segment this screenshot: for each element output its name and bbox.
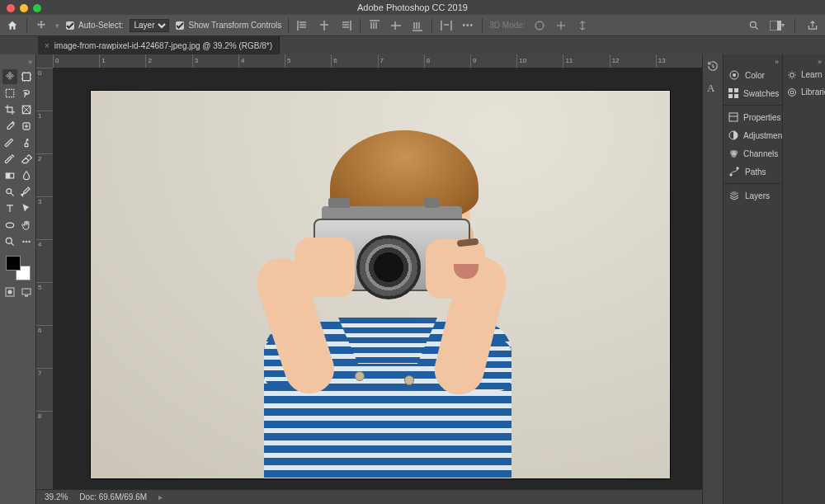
collapse-far-right-button[interactable]: » xyxy=(818,58,822,66)
options-bar: ▾ Auto-Select: Layer Show Transform Cont… xyxy=(0,15,825,36)
svg-point-12 xyxy=(6,238,12,243)
collapse-panels-button[interactable]: » xyxy=(775,58,779,66)
align-center-v-button[interactable] xyxy=(389,18,403,33)
auto-select-mode-select[interactable]: Layer xyxy=(130,19,169,32)
align-more-button[interactable]: ••• xyxy=(460,18,475,33)
far-right-panel-list: » Learn Libraries xyxy=(782,54,825,504)
search-button[interactable] xyxy=(747,18,761,33)
panel-properties[interactable]: Properties xyxy=(724,108,782,126)
status-bar: 39.2% Doc: 69.6M/69.6M ▸ xyxy=(36,489,702,504)
close-tab-button[interactable]: × xyxy=(45,41,50,50)
show-transform-checkbox[interactable]: Show Transform Controls xyxy=(176,21,281,30)
pen-icon xyxy=(21,186,32,198)
share-button[interactable] xyxy=(805,18,820,33)
doc-size[interactable]: Doc: 69.6M/69.6M xyxy=(79,492,147,502)
svg-rect-27 xyxy=(729,113,738,121)
align-right-button[interactable] xyxy=(338,18,353,33)
document-tab[interactable]: × image-from-rawpixel-id-424687-jpeg.jpg… xyxy=(38,36,280,54)
threeD-pan-button[interactable] xyxy=(554,18,568,33)
separator xyxy=(288,18,289,33)
learn-icon xyxy=(787,69,797,80)
brush-tool[interactable] xyxy=(2,135,17,150)
workspace-switcher-button[interactable]: ▾ xyxy=(770,18,785,33)
crop-tool[interactable] xyxy=(2,102,17,117)
hand-tool[interactable] xyxy=(19,218,34,233)
separator xyxy=(794,18,795,33)
auto-select-checkbox[interactable]: Auto-Select: xyxy=(66,21,123,30)
status-flyout-button[interactable]: ▸ xyxy=(158,492,163,502)
separator xyxy=(482,18,483,33)
svg-point-36 xyxy=(790,91,794,94)
separator xyxy=(431,18,432,33)
character-panel-button[interactable]: A xyxy=(706,81,719,94)
dodge-icon xyxy=(4,186,16,198)
crop-icon xyxy=(4,104,16,115)
minimize-window-button[interactable] xyxy=(20,4,28,12)
panel-channels[interactable]: Channels xyxy=(724,144,782,163)
panel-dock-collapsed: A xyxy=(702,54,723,504)
tool-dropdown-caret[interactable]: ▾ xyxy=(55,21,59,30)
blur-icon xyxy=(21,170,32,181)
path-select-tool[interactable] xyxy=(19,201,34,216)
align-left-button[interactable] xyxy=(295,18,310,33)
home-button[interactable] xyxy=(5,18,20,33)
document-canvas[interactable] xyxy=(91,91,670,478)
history-panel-button[interactable] xyxy=(706,59,719,73)
type-tool[interactable] xyxy=(2,201,17,216)
eyedropper-tool[interactable] xyxy=(2,119,17,134)
canvas-area[interactable] xyxy=(53,68,702,489)
move-tool[interactable] xyxy=(2,69,17,84)
panel-color[interactable]: Color xyxy=(724,66,782,84)
foreground-color-swatch[interactable] xyxy=(6,256,21,271)
gradient-tool[interactable] xyxy=(2,168,17,183)
edit-toolbar-tool[interactable] xyxy=(19,234,34,249)
marquee-tool[interactable] xyxy=(2,86,17,101)
align-bottom-button[interactable] xyxy=(410,18,425,33)
tool-palette: » xyxy=(0,54,36,504)
ellipse-tool[interactable] xyxy=(2,218,17,233)
panel-swatches[interactable]: Swatches xyxy=(724,84,782,102)
screen-mode-button[interactable] xyxy=(20,285,33,299)
spot-heal-tool[interactable] xyxy=(19,119,34,134)
workspace-icon xyxy=(770,21,781,31)
clone-tool[interactable] xyxy=(19,135,34,150)
channels-icon xyxy=(728,148,738,159)
ruler-vertical[interactable]: 012345678 xyxy=(36,68,53,489)
threeD-orbit-button[interactable] xyxy=(532,18,547,33)
close-window-button[interactable] xyxy=(7,4,15,12)
frame-tool[interactable] xyxy=(19,102,34,117)
panel-adjustments[interactable]: Adjustments xyxy=(724,126,782,144)
pan-icon xyxy=(555,20,567,31)
panel-label: Properties xyxy=(743,113,781,122)
history-brush-tool[interactable] xyxy=(2,152,17,167)
zoom-tool[interactable] xyxy=(2,234,17,249)
pen-tool[interactable] xyxy=(19,185,34,200)
panel-libraries[interactable]: Libraries xyxy=(783,83,825,101)
document-tab-title: image-from-rawpixel-id-424687-jpeg.jpg @… xyxy=(54,41,272,50)
quick-mask-button[interactable] xyxy=(3,285,16,299)
dodge-tool[interactable] xyxy=(2,185,17,200)
ruler-horizontal[interactable]: 012345678910111213 xyxy=(36,54,702,68)
panel-learn[interactable]: Learn xyxy=(783,66,825,83)
distribute-button[interactable] xyxy=(439,18,454,33)
svg-point-35 xyxy=(789,88,796,96)
marquee-icon xyxy=(4,87,16,99)
svg-point-15 xyxy=(28,241,30,243)
zoom-level[interactable]: 39.2% xyxy=(45,492,68,502)
move-tool-indicator[interactable] xyxy=(34,18,49,33)
lasso-tool[interactable] xyxy=(19,86,34,101)
history-brush-icon xyxy=(4,153,16,165)
panel-layers[interactable]: Layers xyxy=(724,186,782,205)
show-transform-label: Show Transform Controls xyxy=(188,21,281,30)
zoom-window-button[interactable] xyxy=(33,4,41,12)
panel-paths[interactable]: Paths xyxy=(724,163,782,181)
frame-icon xyxy=(21,104,32,115)
blur-tool[interactable] xyxy=(19,168,34,183)
align-top-button[interactable] xyxy=(367,18,382,33)
collapse-tools-button[interactable]: » xyxy=(28,58,32,66)
eraser-tool[interactable] xyxy=(19,152,34,167)
threeD-dolly-button[interactable] xyxy=(575,18,590,33)
align-center-h-button[interactable] xyxy=(317,18,332,33)
color-swatches[interactable] xyxy=(6,256,31,280)
artboard-tool[interactable] xyxy=(19,69,34,84)
